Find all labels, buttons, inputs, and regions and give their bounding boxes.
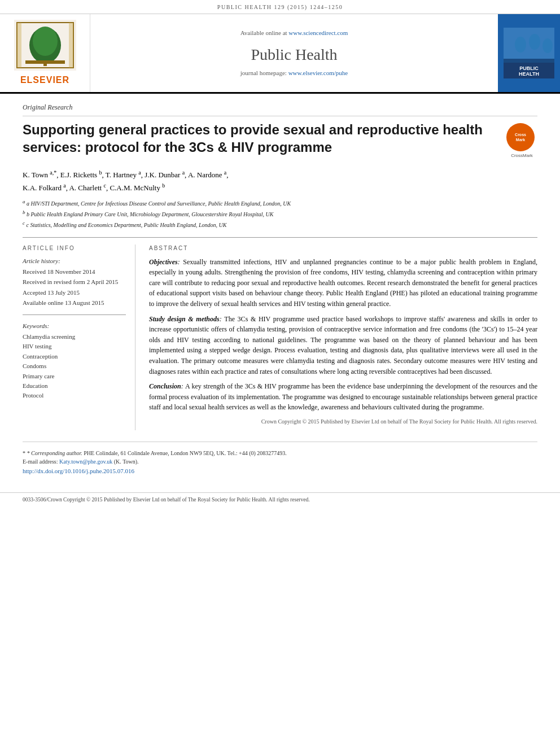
corresponding-label: * Corresponding author. [27, 450, 82, 456]
keyword-condoms: Condoms [23, 362, 126, 370]
journal-center-info: Available online at www.sciencedirect.co… [90, 14, 498, 92]
footer-section: * * Corresponding author. PHE Colindale,… [23, 442, 537, 476]
keyword-education: Education [23, 382, 126, 390]
received-revised-date: Received in revised form 2 April 2015 [23, 278, 126, 286]
authors: K. Town a,*, E.J. Ricketts b, T. Hartney… [23, 168, 537, 194]
footer-corresponding-author: * * Corresponding author. PHE Colindale,… [23, 449, 537, 457]
svg-point-12 [529, 34, 540, 50]
svg-text:PUBLIC: PUBLIC [519, 65, 539, 71]
svg-point-3 [33, 27, 58, 56]
affiliation-a: a a HIV/STI Department, Centre for Infec… [23, 198, 537, 208]
available-online-date: Available online 13 August 2015 [23, 299, 126, 307]
corresponding-detail: PHE Colindale, 61 Colindale Avenue, Lond… [84, 450, 287, 456]
article-history-label: Article history: [23, 257, 126, 265]
keyword-chlamydia: Chlamydia screening [23, 333, 126, 341]
abstract-study-design: Study design & methods: The 3Cs & HIV pr… [149, 314, 537, 377]
keywords-section: Keywords: Chlamydia screening HIV testin… [23, 322, 126, 400]
author-list: K. Town a,*, E.J. Ricketts b, T. Hartney… [23, 171, 229, 192]
footer-email: E-mail address: Katy.town@phe.gov.uk (K.… [23, 457, 537, 466]
crossmark-badge: Cross Mark CrossMark [506, 123, 537, 159]
journal-homepage-text: journal homepage: www.elsevier.com/puhe [240, 69, 348, 77]
svg-text:Cross: Cross [515, 133, 526, 137]
svg-rect-7 [69, 23, 73, 68]
received-date: Received 18 November 2014 [23, 268, 126, 276]
corresponding-author-star: * [23, 450, 27, 456]
doi-link-container: http://dx.doi.org/10.1016/j.puhe.2015.07… [23, 466, 537, 476]
journal-header: ELSEVIER Available online at www.science… [0, 14, 560, 94]
main-content: Original Research Supporting general pra… [0, 94, 560, 487]
crown-copyright: Crown Copyright © 2015 Published by Else… [149, 417, 537, 426]
accepted-date: Accepted 13 July 2015 [23, 289, 126, 297]
sciencedirect-link[interactable]: www.sciencedirect.com [288, 29, 348, 36]
bottom-copyright-bar: 0033-3506/Crown Copyright © 2015 Publish… [0, 492, 560, 507]
journal-citation-bar: PUBLIC HEALTH 129 (2015) 1244–1250 [0, 0, 560, 14]
keyword-protocol: Protocol [23, 391, 126, 400]
journal-citation: PUBLIC HEALTH 129 (2015) 1244–1250 [217, 4, 343, 10]
page: PUBLIC HEALTH 129 (2015) 1244–1250 [0, 0, 560, 747]
elsevier-tree-logo [14, 20, 76, 71]
affiliation-b: b b Public Health England Primary Care U… [23, 208, 537, 219]
public-health-logo: PUBLIC HEALTH [504, 28, 554, 78]
svg-point-13 [542, 38, 553, 53]
crossmark-icon: Cross Mark [506, 123, 535, 151]
article-info-column: ARTICLE INFO Article history: Received 1… [23, 244, 135, 431]
svg-text:HEALTH: HEALTH [519, 71, 539, 77]
svg-point-11 [515, 37, 526, 53]
elsevier-wordmark: ELSEVIER [20, 74, 69, 86]
article-type: Original Research [23, 103, 537, 116]
bottom-copyright-text: 0033-3506/Crown Copyright © 2015 Publish… [23, 497, 310, 503]
elsevier-logo-section: ELSEVIER [0, 14, 90, 92]
email-name: (K. Town). [114, 458, 139, 465]
abstract-label: ABSTRACT [149, 244, 537, 252]
svg-text:Mark: Mark [516, 138, 525, 142]
article-info-label: ARTICLE INFO [23, 244, 126, 252]
divider-1 [23, 237, 537, 238]
article-title-section: Supporting general practices to provide … [23, 121, 537, 159]
available-online-text: Available online at www.sciencedirect.co… [240, 29, 348, 37]
abstract-objectives: Objectives: Sexually transmitted infecti… [149, 257, 537, 309]
journal-name: Public Health [251, 43, 337, 65]
email-label: E-mail address: [23, 458, 58, 465]
keyword-contraception: Contraception [23, 352, 126, 361]
article-title: Supporting general practices to provide … [23, 121, 501, 156]
abstract-column: ABSTRACT Objectives: Sexually transmitte… [149, 244, 537, 431]
two-column-layout: ARTICLE INFO Article history: Received 1… [23, 244, 537, 431]
abstract-text: Objectives: Sexually transmitted infecti… [149, 257, 537, 426]
doi-link[interactable]: http://dx.doi.org/10.1016/j.puhe.2015.07… [23, 468, 134, 474]
keywords-label: Keywords: [23, 322, 126, 330]
abstract-conclusion: Conclusion: A key strength of the 3Cs & … [149, 381, 537, 413]
svg-rect-6 [17, 23, 21, 68]
svg-rect-4 [25, 60, 65, 64]
email-link[interactable]: Katy.town@phe.gov.uk [59, 458, 112, 465]
affiliation-c: c c Statistics, Modelling and Economics … [23, 219, 537, 230]
journal-homepage-link[interactable]: www.elsevier.com/puhe [288, 69, 348, 76]
affiliations: a a HIV/STI Department, Centre for Infec… [23, 198, 537, 230]
keyword-hiv: HIV testing [23, 342, 126, 351]
keyword-primary-care: Primary care [23, 372, 126, 381]
journal-logo-right: PUBLIC HEALTH [498, 14, 560, 92]
svg-point-17 [511, 128, 530, 147]
keywords-divider [23, 314, 126, 315]
crossmark-label: CrossMark [506, 152, 537, 159]
